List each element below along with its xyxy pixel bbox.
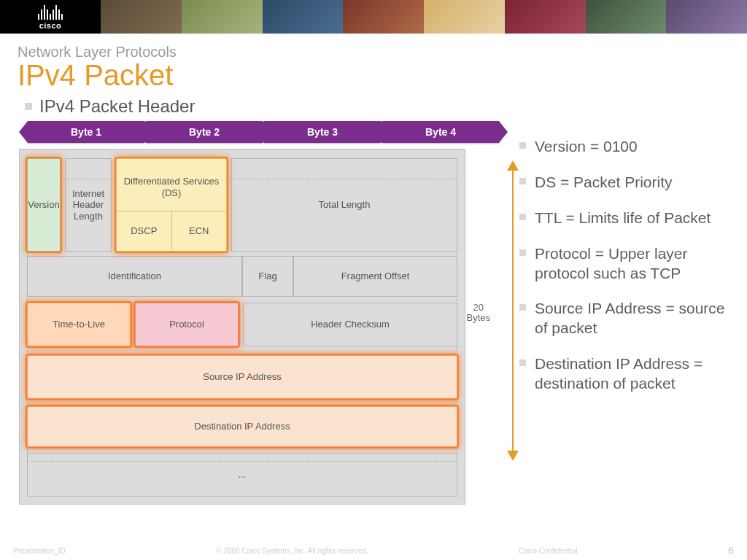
field-dscp: DSCP	[117, 211, 172, 251]
byte-arrow-2: Byte 2	[146, 121, 263, 143]
bullet-icon	[519, 304, 526, 311]
fact-item: Source IP Address = source of packet	[519, 299, 729, 338]
bullet-icon	[519, 214, 526, 220]
field-fragment-offset: Fragment Offset	[293, 256, 457, 297]
top-banner: cisco	[0, 0, 747, 34]
byte-arrow-1: Byte 1	[28, 121, 144, 143]
slide-title: IPv4 Packet	[18, 59, 729, 92]
field-source-ip: Source IP Address	[27, 355, 457, 399]
field-ds: Differentiated Services (DS) DSCP ECN	[116, 158, 227, 252]
fact-item: DS = Packet Priority	[519, 173, 729, 192]
byte-arrow-3: Byte 3	[264, 121, 381, 143]
brand-text: cisco	[39, 21, 62, 30]
field-options: ...	[27, 453, 457, 497]
fact-item: TTL = Limits life of Packet	[519, 209, 729, 228]
fact-item: Destination IP Address = destination of …	[519, 354, 729, 394]
footer-presentation-id: Presentation_ID	[13, 547, 66, 555]
field-destination-ip: Destination IP Address	[27, 406, 457, 447]
field-ds-label: Differentiated Services (DS)	[117, 163, 226, 211]
bullet-icon	[519, 178, 526, 184]
field-flag: Flag	[242, 256, 293, 297]
fact-item: Version = 0100	[519, 137, 729, 157]
footer-confidential: Cisco Confidential	[519, 547, 578, 555]
cisco-bars-icon	[38, 4, 63, 20]
section-supertitle: Network Layer Protocols	[18, 44, 729, 61]
height-label: 20Bytes	[466, 303, 490, 324]
bullet-icon	[25, 103, 32, 110]
field-protocol: Protocol	[135, 303, 239, 346]
field-ttl: Time-to-Live	[27, 303, 131, 346]
field-identification: Identification	[27, 256, 242, 297]
footer-copyright: © 2008 Cisco Systems, Inc. All rights re…	[216, 547, 368, 555]
cisco-logo: cisco	[0, 0, 101, 34]
slide-subtitle: IPv4 Packet Header	[39, 96, 195, 117]
packet-diagram: Byte 1 Byte 2 Byte 3 Byte 4 Version Inte…	[18, 121, 499, 505]
byte-labels-row: Byte 1 Byte 2 Byte 3 Byte 4	[28, 121, 499, 143]
page-number: 6	[728, 545, 734, 556]
field-ecn: ECN	[172, 211, 227, 251]
fact-item: Protocol = Upper layer protocol such as …	[519, 244, 729, 284]
field-checksum: Header Checksum	[243, 303, 457, 346]
height-arrow-icon	[512, 168, 514, 454]
field-ihl: Internet Header Length	[65, 158, 112, 252]
subtitle-row: IPv4 Packet Header	[25, 96, 729, 117]
byte-arrow-4: Byte 4	[382, 121, 499, 143]
fact-list: Version = 0100 DS = Packet Priority TTL …	[519, 121, 729, 410]
bullet-icon	[519, 249, 526, 256]
banner-photo-strip	[101, 0, 747, 34]
slide-body: Network Layer Protocols IPv4 Packet IPv4…	[0, 34, 747, 541]
slide-footer: Presentation_ID © 2008 Cisco Systems, In…	[0, 541, 747, 560]
field-version: Version	[27, 158, 61, 252]
bullet-icon	[519, 142, 526, 149]
field-total-length: Total Length	[231, 158, 457, 252]
bullet-icon	[519, 359, 526, 366]
